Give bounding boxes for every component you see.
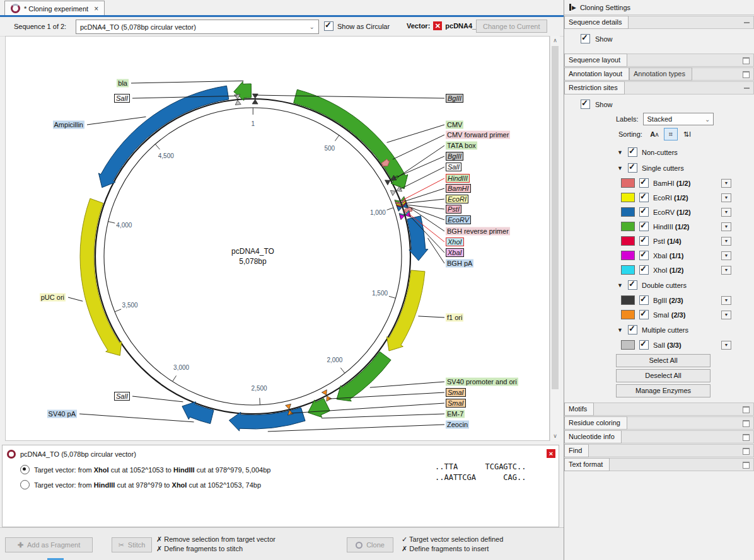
enzyme-color-swatch[interactable] [621,222,635,231]
checkbox-icon[interactable] [581,34,590,43]
checkbox-icon[interactable] [639,178,649,188]
checkbox-icon[interactable] [324,21,334,31]
section-title[interactable]: Find [564,444,589,457]
map-label-sv40-promoter-and-ori[interactable]: SV40 promoter and ori [446,378,518,386]
checkbox-icon[interactable] [639,207,649,217]
map-label-bamhi[interactable]: BamHI [446,184,471,193]
deselect-all-button[interactable]: Deselect All [616,369,710,382]
map-label-bgh-reverse-primer[interactable]: BGH reverse primer [446,227,510,236]
collapse-icon[interactable] [744,88,750,89]
enzyme-options-dropdown-icon[interactable]: ▼ [721,296,731,305]
expand-icon[interactable] [743,462,750,469]
enzyme-group-single-cutters[interactable]: ▼Single cutters [564,160,754,176]
enzyme-options-dropdown-icon[interactable]: ▼ [721,251,731,260]
section-title[interactable]: Residue coloring [564,416,627,430]
checkbox-icon[interactable] [639,340,649,350]
sequence-select[interactable]: pcDNA4_TO (5,078bp circular vector) ⌄ [76,20,319,34]
enzyme-group-non-cutters[interactable]: ▼Non-cutters [564,144,754,160]
sequence-layout-title[interactable]: Sequence layout [564,54,627,67]
map-label-smai[interactable]: SmaI [446,388,466,397]
manage-enzymes-button[interactable]: Manage Enzymes [616,384,710,397]
sequence-details-title[interactable]: Sequence details [564,16,629,29]
checkbox-icon[interactable] [628,147,637,157]
checkbox-icon[interactable] [581,100,590,109]
enzyme-options-dropdown-icon[interactable]: ▼ [721,193,731,202]
expand-icon[interactable] [743,71,750,78]
scrollbar-thumb[interactable] [552,46,559,389]
restriction-show-checkbox[interactable]: Show [564,94,754,110]
map-label-xhoi[interactable]: XhoI [446,237,464,246]
map-label-bla[interactable]: bla [117,79,129,88]
map-label-sv40-pa[interactable]: SV40 pA [47,410,77,418]
target-vector-option-2[interactable]: Target vector: from HindIII cut at 978^9… [20,480,261,489]
map-label-sali[interactable]: SalI [114,392,130,401]
enzyme-options-dropdown-icon[interactable]: ▼ [721,222,731,231]
checkbox-icon[interactable] [639,193,649,202]
map-label-sali[interactable]: SalI [446,163,461,171]
sort-by-count-icon[interactable]: ⌗ [664,128,678,140]
sequence-details-show-checkbox[interactable]: Show [564,29,754,49]
checkbox-icon[interactable] [639,251,649,260]
expand-triangle-icon[interactable]: ▼ [617,149,624,156]
section-title[interactable]: Motifs [564,403,594,416]
change-to-current-button[interactable]: Change to Current [476,20,547,33]
scroll-up-icon[interactable]: ∧ [550,36,560,45]
expand-icon[interactable] [743,406,750,413]
section-sequence-layout[interactable]: Sequence layout [564,54,754,67]
enzyme-color-swatch[interactable] [621,340,635,350]
enzyme-options-dropdown-icon[interactable]: ▼ [721,237,731,246]
expand-triangle-icon[interactable]: ▼ [617,327,624,333]
enzyme-color-swatch[interactable] [621,193,635,202]
enzyme-group-multiple-cutters[interactable]: ▼Multiple cutters [564,322,754,338]
section-annotation-layout[interactable]: Annotation layout Annotation types [564,67,754,81]
feature-zeocin[interactable] [229,408,305,431]
section-title[interactable]: Nucleotide info [564,430,622,443]
checkbox-icon[interactable] [639,265,649,275]
map-vertical-scrollbar[interactable]: ∧ ∨ [550,36,560,441]
map-label-ampicillin[interactable]: Ampicillin [53,121,84,129]
enzyme-group-double-cutters[interactable]: ▼Double cutters [564,277,754,293]
map-label-bgh-pa[interactable]: BGH pA [446,260,473,268]
settings-header[interactable]: ▶ Cloning Settings [564,0,754,15]
scroll-down-icon[interactable]: ∨ [550,431,560,441]
map-label-puc-ori[interactable]: pUC ori [40,294,66,302]
clone-button[interactable]: Clone [347,537,393,552]
expand-triangle-icon[interactable]: ▼ [617,282,624,289]
section-residue-coloring[interactable]: Residue coloring [564,416,754,430]
checkbox-icon[interactable] [628,163,637,173]
map-label-bglii[interactable]: BglII [446,152,463,161]
enzyme-options-dropdown-icon[interactable]: ▼ [721,208,731,217]
map-label-cmv-forward-primer[interactable]: CMV forward primer [446,131,510,139]
annotation-types-tab[interactable]: Annotation types [629,67,692,81]
section-sequence-details[interactable]: Sequence details [564,16,754,29]
add-as-fragment-button[interactable]: ✚ Add as Fragment [5,537,93,552]
collapse-icon[interactable] [744,22,750,23]
section-restriction-sites[interactable]: Restriction sites [564,81,754,94]
section-find[interactable]: Find [564,444,754,457]
map-label-xbai[interactable]: XbaI [446,248,464,257]
checkbox-icon[interactable] [639,295,649,305]
map-label-tata-box[interactable]: TATA box [446,142,477,150]
feature-sv40-promoter-and-ori[interactable] [337,351,391,401]
annotation-layout-tab[interactable]: Annotation layout [564,67,629,81]
enzyme-options-dropdown-icon[interactable]: ▼ [721,179,731,188]
enzyme-options-dropdown-icon[interactable]: ▼ [721,311,731,319]
expand-icon[interactable] [743,448,750,455]
feature-sv40-pa[interactable] [182,402,214,424]
enzyme-color-swatch[interactable] [621,207,635,217]
target-vector-option-1[interactable]: Target vector: from XhoI cut at 1052^105… [20,465,270,474]
map-label-bglii[interactable]: BglII [446,94,463,103]
map-label-f1-ori[interactable]: f1 ori [446,314,463,322]
select-all-button[interactable]: Select All [616,354,710,367]
expand-triangle-icon[interactable]: ▼ [617,165,624,171]
feature-f1-ori[interactable] [387,270,425,351]
enzyme-color-swatch[interactable] [621,178,635,188]
map-label-psti[interactable]: PstI [446,205,461,214]
checkbox-icon[interactable] [628,325,637,334]
map-label-ecorv[interactable]: EcoRV [446,215,471,224]
restriction-sites-title[interactable]: Restriction sites [564,81,625,94]
section-text-format[interactable]: Text format [564,458,754,471]
sort-alphabetically-icon[interactable]: Aᴀ [647,128,661,140]
enzyme-color-swatch[interactable] [621,265,635,275]
enzyme-options-dropdown-icon[interactable]: ▼ [721,341,731,350]
